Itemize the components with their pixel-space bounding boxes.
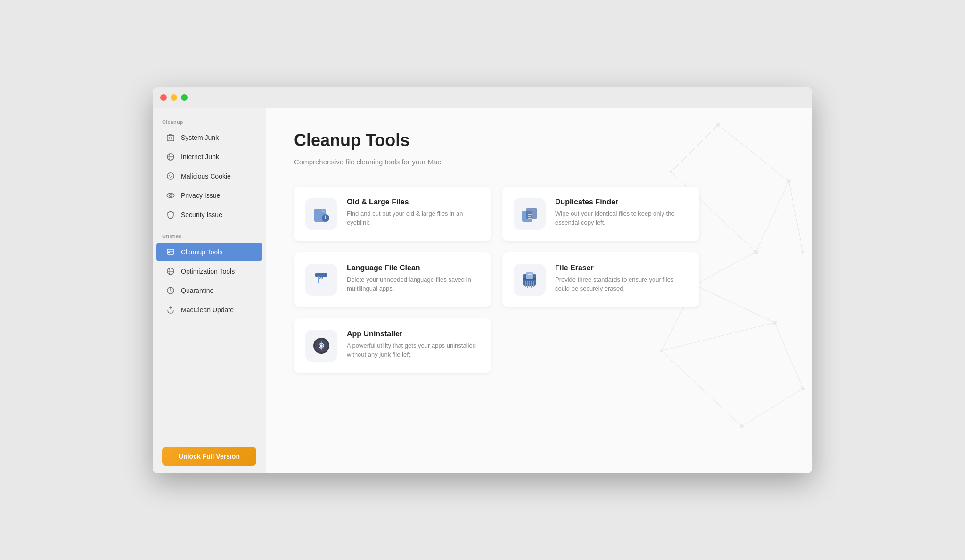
sidebar-item-privacy-issue[interactable]: Privacy Issue <box>156 186 262 205</box>
old-files-name: Old & Large Files <box>347 198 480 206</box>
eraser-icon-wrap <box>514 264 546 296</box>
sidebar-label-security-issue: Security Issue <box>181 211 222 219</box>
tool-card-language-file-clean[interactable]: Aa Language File Clean Delete your unnee… <box>294 252 491 307</box>
sidebar-label-system-junk: System Junk <box>181 134 219 141</box>
svg-rect-14 <box>168 252 170 253</box>
svg-point-8 <box>169 175 170 176</box>
language-info: Language File Clean Delete your unneeded… <box>347 264 480 293</box>
sidebar-item-internet-junk[interactable]: Internet Junk <box>156 147 262 166</box>
uninstaller-name: App Uninstaller <box>347 330 480 338</box>
duplicates-icon <box>520 204 540 224</box>
svg-rect-0 <box>167 135 174 141</box>
svg-rect-12 <box>167 249 174 254</box>
optimization-icon <box>166 267 175 276</box>
svg-point-41 <box>740 424 744 428</box>
sidebar: Cleanup System Junk <box>153 87 266 473</box>
tool-card-duplicates-finder[interactable]: Duplicates Finder Wipe out your identica… <box>502 187 699 241</box>
svg-text:Aa: Aa <box>319 276 323 279</box>
svg-rect-51 <box>318 276 319 283</box>
sidebar-item-macclean-update[interactable]: MacClean Update <box>156 300 262 319</box>
duplicates-desc: Wipe out your identical files to keep on… <box>555 209 688 227</box>
duplicates-name: Duplicates Finder <box>555 198 688 206</box>
cleanup-tools-icon <box>166 247 175 257</box>
duplicates-info: Duplicates Finder Wipe out your identica… <box>555 198 688 227</box>
main-inner: Cleanup Tools Comprehensive file cleanin… <box>266 108 812 396</box>
old-files-info: Old & Large Files Find and cut out your … <box>347 198 480 227</box>
old-files-desc: Find and cut out your old & large files … <box>347 209 480 227</box>
sidebar-item-security-issue[interactable]: Security Issue <box>156 205 262 224</box>
tools-grid: Old & Large Files Find and cut out your … <box>294 187 699 373</box>
traffic-lights <box>160 94 188 101</box>
eye-icon <box>166 191 175 200</box>
eraser-info: File Eraser Provide three standards to e… <box>555 264 688 293</box>
uninstaller-desc: A powerful utility that gets your apps u… <box>347 341 480 359</box>
cleanup-section-label: Cleanup <box>153 115 266 128</box>
maximize-button[interactable] <box>181 94 188 101</box>
utilities-section-label: Utilities <box>153 230 266 242</box>
eraser-icon <box>520 270 540 290</box>
sidebar-item-quarantine[interactable]: Quarantine <box>156 281 262 300</box>
sidebar-label-optimization-tools: Optimization Tools <box>181 268 235 275</box>
minimize-button[interactable] <box>171 94 177 101</box>
sidebar-item-optimization-tools[interactable]: Optimization Tools <box>156 262 262 281</box>
svg-point-7 <box>167 173 174 179</box>
svg-point-66 <box>320 344 323 347</box>
tool-card-app-uninstaller[interactable]: App Uninstaller A powerful utility that … <box>294 318 491 373</box>
page-title: Cleanup Tools <box>294 130 784 150</box>
update-icon <box>166 305 175 315</box>
uninstaller-info: App Uninstaller A powerful utility that … <box>347 330 480 359</box>
internet-icon <box>166 152 175 162</box>
old-files-icon <box>311 204 331 224</box>
svg-rect-61 <box>526 272 533 279</box>
svg-point-9 <box>171 176 172 177</box>
trash-icon <box>166 133 175 142</box>
sidebar-footer: Unlock Full Version <box>153 439 266 473</box>
eraser-name: File Eraser <box>555 264 688 272</box>
main-content: Cleanup Tools Comprehensive file cleanin… <box>266 87 812 473</box>
title-bar <box>153 87 812 108</box>
shield-icon <box>166 210 175 219</box>
app-window: Cleanup System Junk <box>153 87 812 473</box>
language-icon: Aa <box>311 270 331 290</box>
language-name: Language File Clean <box>347 264 480 272</box>
sidebar-label-internet-junk: Internet Junk <box>181 153 219 161</box>
old-files-icon-wrap <box>305 198 337 230</box>
sidebar-content: Cleanup System Junk <box>153 108 266 439</box>
uninstaller-icon-wrap <box>305 330 337 362</box>
sidebar-item-malicious-cookie[interactable]: Malicious Cookie <box>156 167 262 186</box>
page-subtitle: Comprehensive file cleaning tools for yo… <box>294 158 784 166</box>
sidebar-label-privacy-issue: Privacy Issue <box>181 192 220 199</box>
sidebar-label-cleanup-tools: Cleanup Tools <box>181 248 222 256</box>
sidebar-item-system-junk[interactable]: System Junk <box>156 128 262 147</box>
close-button[interactable] <box>160 94 167 101</box>
language-desc: Delete your unneeded language files save… <box>347 275 480 293</box>
svg-point-11 <box>170 194 172 196</box>
sidebar-item-cleanup-tools[interactable]: Cleanup Tools <box>156 243 262 261</box>
sidebar-label-malicious-cookie: Malicious Cookie <box>181 172 231 180</box>
svg-point-10 <box>170 177 171 178</box>
unlock-full-version-button[interactable]: Unlock Full Version <box>162 447 256 466</box>
eraser-desc: Provide three standards to ensure your f… <box>555 275 688 293</box>
tool-card-old-large-files[interactable]: Old & Large Files Find and cut out your … <box>294 187 491 241</box>
sidebar-label-quarantine: Quarantine <box>181 287 213 294</box>
uninstaller-icon <box>311 336 331 356</box>
tool-card-file-eraser[interactable]: File Eraser Provide three standards to e… <box>502 252 699 307</box>
sidebar-label-macclean-update: MacClean Update <box>181 306 234 314</box>
language-icon-wrap: Aa <box>305 264 337 296</box>
duplicates-icon-wrap <box>514 198 546 230</box>
quarantine-icon <box>166 286 175 295</box>
cookie-icon <box>166 171 175 181</box>
